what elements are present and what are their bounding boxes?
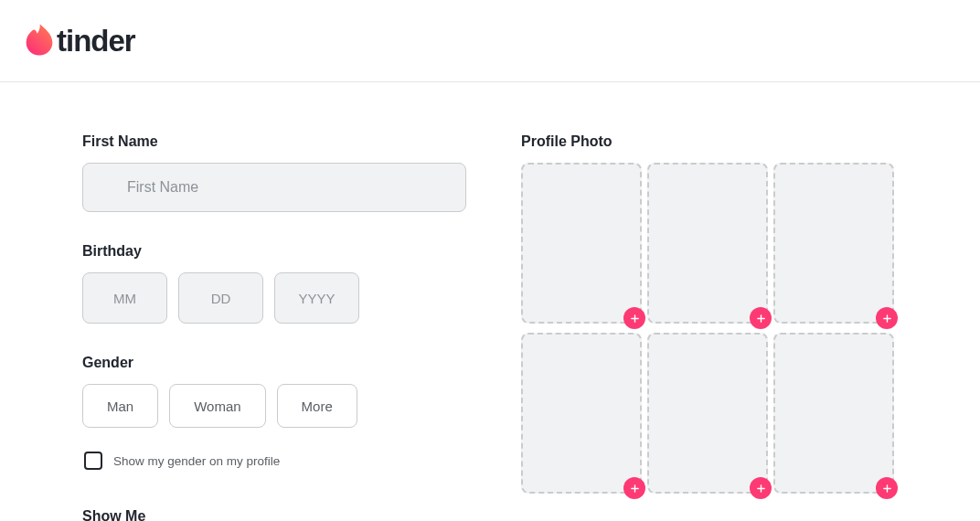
- form-column: First Name Birthday Gender Man Woman Mor…: [82, 133, 466, 521]
- photo-slot[interactable]: [647, 163, 768, 324]
- add-photo-button[interactable]: [750, 477, 772, 499]
- show-gender-row: Show my gender on my profile: [84, 452, 466, 470]
- gender-label: Gender: [82, 355, 466, 371]
- add-photo-button[interactable]: [623, 307, 645, 329]
- photo-column: Profile Photo: [521, 133, 905, 521]
- first-name-label: First Name: [82, 133, 466, 150]
- birthday-label: Birthday: [82, 243, 466, 260]
- add-photo-button[interactable]: [876, 477, 898, 499]
- add-photo-button[interactable]: [623, 477, 645, 499]
- tinder-logo[interactable]: tinder: [26, 23, 135, 59]
- gender-option-woman[interactable]: Woman: [169, 384, 265, 428]
- gender-option-more[interactable]: More: [277, 384, 357, 428]
- photo-slot[interactable]: [773, 163, 894, 324]
- header: tinder: [0, 0, 980, 82]
- plus-icon: [756, 314, 766, 324]
- photo-slot[interactable]: [521, 333, 642, 494]
- plus-icon: [756, 484, 766, 494]
- birthday-year-input[interactable]: [274, 272, 359, 324]
- flame-icon: [26, 23, 53, 59]
- birthday-row: [82, 272, 466, 324]
- brand-wordmark: tinder: [57, 24, 135, 58]
- show-me-label: Show Me: [82, 508, 466, 521]
- plus-icon: [630, 314, 640, 324]
- content: First Name Birthday Gender Man Woman Mor…: [0, 82, 980, 521]
- photo-grid: [521, 163, 905, 494]
- plus-icon: [630, 484, 640, 494]
- gender-option-man[interactable]: Man: [82, 384, 158, 428]
- add-photo-button[interactable]: [750, 307, 772, 329]
- gender-options: Man Woman More: [82, 384, 466, 428]
- show-gender-label: Show my gender on my profile: [113, 454, 280, 468]
- birthday-day-input[interactable]: [178, 272, 263, 324]
- birthday-month-input[interactable]: [82, 272, 167, 324]
- profile-photo-label: Profile Photo: [521, 133, 905, 150]
- photo-slot[interactable]: [647, 333, 768, 494]
- plus-icon: [882, 484, 892, 494]
- add-photo-button[interactable]: [876, 307, 898, 329]
- photo-slot[interactable]: [773, 333, 894, 494]
- plus-icon: [882, 314, 892, 324]
- show-gender-checkbox[interactable]: [84, 452, 102, 470]
- photo-slot[interactable]: [521, 163, 642, 324]
- first-name-field-wrap: [82, 163, 466, 212]
- first-name-input[interactable]: [82, 163, 466, 212]
